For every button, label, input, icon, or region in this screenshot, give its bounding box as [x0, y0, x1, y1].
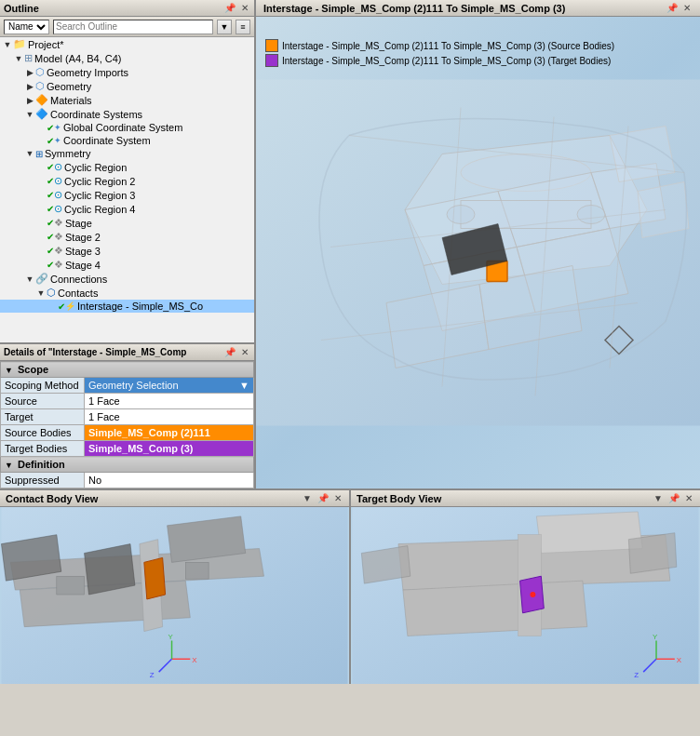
- target-body-view-panel: Target Body View ▼ 📌 ✕: [351, 490, 700, 684]
- suppressed-row: Suppressed No: [1, 473, 254, 488]
- tree-item-geom-imports[interactable]: ▶ ⬡ Geometry Imports: [0, 65, 254, 79]
- target-bodies-value[interactable]: Simple_MS_Comp (3): [85, 441, 254, 457]
- details-pin-icon[interactable]: 📌: [222, 347, 237, 357]
- outline-close-icon[interactable]: ✕: [239, 3, 250, 13]
- details-close-icon[interactable]: ✕: [239, 347, 250, 357]
- stage3-icon: ❖: [54, 245, 63, 257]
- tree-item-cyclic4[interactable]: ✔ ⊙ Cyclic Region 4: [0, 202, 254, 216]
- name-dropdown[interactable]: Name: [4, 20, 49, 34]
- root-container: Outline 📌 ✕ Name ▼ ≡: [0, 0, 700, 736]
- legend-item-source: Interstage - Simple_MS_Comp (2)111 To Si…: [265, 39, 614, 52]
- check-stage2-icon: ✔: [47, 232, 54, 242]
- outline-toolbar: Name ▼ ≡: [0, 17, 254, 37]
- definition-section-label: ▼ Definition: [1, 457, 254, 473]
- bottom-section: Contact Body View ▼ 📌 ✕: [0, 488, 700, 684]
- tree-item-symmetry[interactable]: ▼ ⊞ Symmetry: [0, 147, 254, 160]
- svg-point-14: [577, 206, 605, 224]
- toggle-materials[interactable]: ▶: [24, 96, 35, 105]
- global-coord-label: Global Coordinate System: [63, 122, 182, 133]
- toggle-geometry[interactable]: ▶: [24, 82, 35, 91]
- search-input[interactable]: [53, 20, 213, 34]
- tree-item-contacts[interactable]: ▼ ⬡ Contacts: [0, 286, 254, 300]
- target-body-scene[interactable]: X Y Z: [351, 507, 700, 684]
- tree-item-interstage[interactable]: ✔ ⚡ Interstage - Simple_MS_Co: [0, 300, 254, 313]
- tree-item-project[interactable]: ▼ 📁 Project*: [0, 37, 254, 51]
- toggle-symmetry[interactable]: ▼: [24, 149, 35, 158]
- tree-item-global-coord[interactable]: ✔ ✦ Global Coordinate System: [0, 121, 254, 134]
- tree-item-model[interactable]: ▼ ⊞ Model (A4, B4, C4): [0, 51, 254, 65]
- view-3d-panel: Interstage - Simple_MS_Comp (2)111 To Si…: [256, 0, 700, 488]
- toggle-connections[interactable]: ▼: [24, 274, 35, 284]
- search-button[interactable]: ▼: [217, 20, 232, 34]
- tree-item-coord-systems[interactable]: ▼ 🔷 Coordinate Systems: [0, 107, 254, 121]
- tree-item-cyclic3[interactable]: ✔ ⊙ Cyclic Region 3: [0, 188, 254, 202]
- details-header: Details of "Interstage - Simple_MS_Comp …: [0, 344, 254, 361]
- target-value: 1 Face: [85, 409, 254, 425]
- view-3d-header-icons: 📌 ✕: [665, 3, 693, 13]
- tree-item-stage2[interactable]: ✔ ❖ Stage 2: [0, 230, 254, 244]
- coord-sys-label: Coordinate System: [63, 135, 151, 146]
- check-stage4-icon: ✔: [47, 260, 54, 270]
- toggle-contacts[interactable]: ▼: [35, 288, 47, 298]
- geometry-icon: ⬡: [35, 80, 45, 92]
- contact-view-dropdown-icon[interactable]: ▼: [301, 493, 314, 503]
- svg-text:Y: Y: [653, 633, 658, 641]
- tree-item-cyclic2[interactable]: ✔ ⊙ Cyclic Region 2: [0, 174, 254, 188]
- svg-rect-12: [461, 201, 591, 229]
- check-stage3-icon: ✔: [47, 246, 54, 256]
- toggle-coord[interactable]: ▼: [24, 110, 35, 119]
- outline-header: Outline 📌 ✕: [0, 0, 254, 17]
- scoping-method-value[interactable]: Geometry Selection ▼: [85, 378, 254, 394]
- contact-point-indicator: [530, 592, 535, 597]
- contact-view-close-icon[interactable]: ✕: [332, 493, 343, 503]
- stage2-icon: ❖: [54, 231, 63, 243]
- tree-item-connections[interactable]: ▼ 🔗 Connections: [0, 272, 254, 286]
- project-folder-icon: 📁: [13, 38, 26, 50]
- scoping-dropdown-icon[interactable]: ▼: [239, 380, 249, 391]
- suppressed-label: Suppressed: [1, 473, 85, 488]
- target-view-header-icons: ▼ 📌 ✕: [652, 493, 694, 503]
- check-cyclic3-icon: ✔: [47, 190, 54, 200]
- source-bodies-label: Source Bodies: [1, 425, 85, 441]
- contact-view-pin-icon[interactable]: 📌: [316, 493, 330, 503]
- contact-body-scene[interactable]: X Y Z: [0, 507, 349, 684]
- view-3d-pin-icon[interactable]: 📌: [665, 3, 680, 13]
- source-bodies-row: Source Bodies Simple_MS_Comp (2)111: [1, 425, 254, 441]
- stage4-label: Stage 4: [65, 260, 101, 271]
- view-3d-close-icon[interactable]: ✕: [681, 3, 693, 13]
- target-view-dropdown-icon[interactable]: ▼: [652, 493, 665, 503]
- view-3d-scene[interactable]: Interstage - Simple_MS_Comp (2)111 To Si…: [256, 17, 700, 488]
- target-row: Target 1 Face: [1, 409, 254, 425]
- suppressed-value: No: [85, 473, 254, 488]
- legend-item-target: Interstage - Simple_MS_Comp (2)111 To Si…: [265, 54, 614, 67]
- view-3d-legend: Interstage - Simple_MS_Comp (2)111 To Si…: [265, 39, 614, 69]
- target-view-pin-icon[interactable]: 📌: [666, 493, 681, 503]
- toggle-geom-imports[interactable]: ▶: [24, 68, 35, 77]
- source-bodies-value[interactable]: Simple_MS_Comp (2)111: [85, 425, 254, 441]
- view-3d-header: Interstage - Simple_MS_Comp (2)111 To Si…: [256, 0, 700, 17]
- tree-item-cyclic1[interactable]: ✔ ⊙ Cyclic Region: [0, 160, 254, 174]
- toggle-model[interactable]: ▼: [13, 54, 24, 63]
- symmetry-icon: ⊞: [35, 149, 43, 159]
- toggle-project[interactable]: ▼: [2, 40, 13, 49]
- svg-rect-30: [185, 562, 209, 579]
- check-interstage-icon: ✔: [58, 301, 65, 312]
- interstage-label: Interstage - Simple_MS_Co: [77, 301, 203, 312]
- scoping-method-label: Scoping Method: [1, 378, 85, 394]
- outline-expand-button[interactable]: ≡: [236, 20, 250, 34]
- tree-item-stage3[interactable]: ✔ ❖ Stage 3: [0, 244, 254, 258]
- left-panel: Outline 📌 ✕ Name ▼ ≡: [0, 0, 256, 488]
- contacts-label: Contacts: [58, 288, 98, 299]
- details-table: ▼ Scope Scoping Method Geometry Selectio…: [0, 361, 254, 488]
- contact-orange-highlight: [144, 557, 166, 599]
- target-view-close-icon[interactable]: ✕: [683, 493, 694, 503]
- target-body-view-title: Target Body View: [357, 493, 441, 504]
- tree-item-stage4[interactable]: ✔ ❖ Stage 4: [0, 258, 254, 272]
- model-icon: ⊞: [24, 52, 33, 64]
- tree-item-stage1[interactable]: ✔ ❖ Stage: [0, 216, 254, 230]
- tree-item-coord-sys[interactable]: ✔ ✦ Coordinate System: [0, 134, 254, 147]
- outline-pin-icon[interactable]: 📌: [222, 3, 237, 13]
- scope-section-label: ▼ Scope: [1, 362, 254, 378]
- tree-item-geometry[interactable]: ▶ ⬡ Geometry: [0, 79, 254, 93]
- tree-item-materials[interactable]: ▶ 🔶 Materials: [0, 93, 254, 107]
